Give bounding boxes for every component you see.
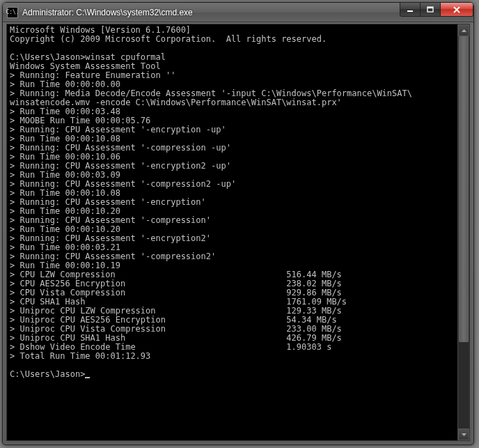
titlebar[interactable]: C:\. Administrator: C:\Windows\system32\… bbox=[3, 3, 473, 22]
cmd-window: C:\. Administrator: C:\Windows\system32\… bbox=[2, 2, 474, 445]
svg-rect-0 bbox=[407, 10, 413, 12]
scroll-down-button[interactable] bbox=[458, 428, 469, 440]
scroll-track[interactable] bbox=[458, 36, 469, 428]
minimize-button[interactable] bbox=[400, 3, 421, 17]
window-title: Administrator: C:\Windows\system32\cmd.e… bbox=[22, 8, 193, 17]
terminal-output[interactable]: Microsoft Windows [Version 6.1.7600] Cop… bbox=[7, 24, 457, 440]
vertical-scrollbar[interactable] bbox=[457, 24, 469, 440]
client-area: Microsoft Windows [Version 6.1.7600] Cop… bbox=[6, 24, 470, 441]
scroll-up-button[interactable] bbox=[458, 24, 469, 36]
svg-rect-2 bbox=[427, 7, 433, 8]
cmd-icon: C:\. bbox=[7, 7, 18, 18]
scroll-thumb[interactable] bbox=[459, 36, 469, 342]
window-controls bbox=[400, 3, 473, 17]
maximize-button[interactable] bbox=[420, 3, 441, 17]
cursor bbox=[85, 377, 90, 378]
close-button[interactable] bbox=[440, 3, 473, 17]
